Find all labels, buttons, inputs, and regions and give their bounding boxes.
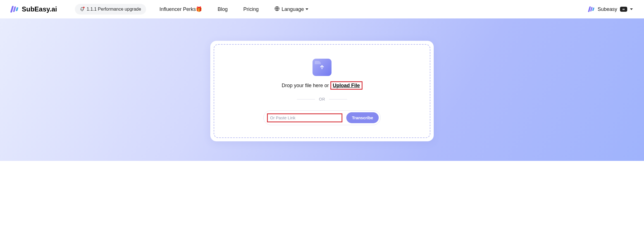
upload-file-link[interactable]: Upload File bbox=[330, 81, 362, 90]
upload-dropzone[interactable]: Drop your file here or Upload File OR Tr… bbox=[214, 44, 430, 138]
infinity-badge-icon: ∞ bbox=[620, 7, 627, 12]
transcribe-button[interactable]: Transcribe bbox=[346, 112, 379, 123]
language-dropdown[interactable]: Language bbox=[273, 4, 309, 15]
hero-section: Drop your file here or Upload File OR Tr… bbox=[0, 18, 644, 161]
language-label: Language bbox=[282, 6, 304, 12]
paste-link-row: Transcribe bbox=[263, 110, 381, 125]
upgrade-label: 1.1.1 Performance upgrade bbox=[87, 7, 141, 12]
drop-text: Drop your file here or Upload File bbox=[282, 83, 362, 89]
brand-logo[interactable]: SubEasy.ai bbox=[11, 5, 57, 13]
header-bar: SubEasy.ai 1.1.1 Performance upgrade Inf… bbox=[0, 0, 644, 18]
bell-icon bbox=[80, 7, 84, 11]
chevron-down-icon bbox=[306, 8, 308, 10]
chevron-down-icon bbox=[630, 8, 633, 10]
paste-link-input[interactable] bbox=[270, 115, 339, 120]
upgrade-pill[interactable]: 1.1.1 Performance upgrade bbox=[75, 4, 146, 15]
logo-text: SubEasy.ai bbox=[22, 5, 57, 13]
or-divider: OR bbox=[297, 97, 347, 101]
paste-link-highlight bbox=[267, 113, 342, 122]
upload-card: Drop your file here or Upload File OR Tr… bbox=[210, 41, 434, 141]
nav-influencer-label: Influencer Perks🎁 bbox=[159, 6, 202, 12]
account-logo-icon bbox=[589, 6, 595, 12]
nav-pricing[interactable]: Pricing bbox=[242, 5, 260, 14]
or-label: OR bbox=[319, 97, 325, 101]
nav-links: Influencer Perks🎁 Blog Pricing Language bbox=[158, 4, 309, 15]
logo-mark-icon bbox=[11, 5, 19, 13]
nav-blog[interactable]: Blog bbox=[216, 5, 229, 14]
account-dropdown[interactable]: Subeasy ∞ bbox=[589, 6, 633, 12]
nav-influencer-perks[interactable]: Influencer Perks🎁 bbox=[158, 4, 203, 14]
drop-prefix: Drop your file here or bbox=[282, 83, 329, 88]
folder-upload-icon bbox=[313, 59, 331, 76]
globe-icon bbox=[274, 6, 280, 13]
account-name: Subeasy bbox=[598, 6, 617, 12]
